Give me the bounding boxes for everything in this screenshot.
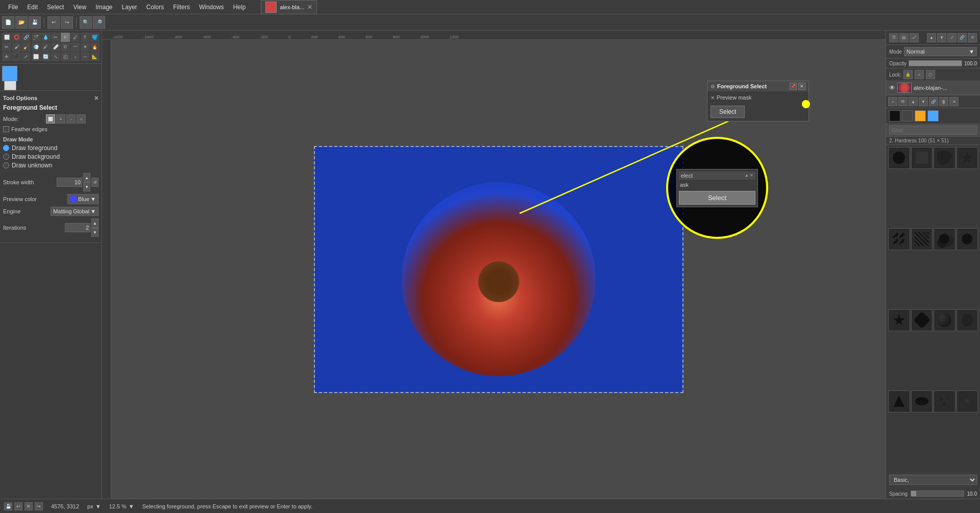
layer-row-1[interactable]: 👁 alex-blajan-... [886, 81, 980, 95]
tool-color-select[interactable]: 💧 [41, 33, 51, 42]
statusbar-undo-btn[interactable]: ↩ [14, 502, 22, 510]
brushes-category-dropdown[interactable]: Basic, [889, 475, 977, 485]
save-btn[interactable]: 💾 [29, 16, 41, 29]
canvas-main[interactable]: ⚙ Foreground Select 📌 ✕ ✕ Preview mask [111, 40, 886, 499]
tool-align[interactable]: ⬛ [12, 52, 21, 61]
spacing-slider[interactable] [911, 491, 964, 497]
tool-text[interactable]: T [81, 33, 90, 42]
menu-colors[interactable]: Colors [142, 3, 168, 12]
palette-orange[interactable] [915, 110, 926, 121]
menu-view[interactable]: View [69, 3, 90, 12]
fg-dialog-pin[interactable]: 📌 [790, 83, 797, 90]
palette-blue[interactable] [927, 110, 939, 121]
statusbar-delete-btn[interactable]: ✕ [24, 502, 33, 510]
mode-intersect-btn[interactable]: ∩ [77, 114, 86, 124]
brush-cell-16[interactable]: ✦ [957, 390, 978, 412]
unit-dropdown-arrow[interactable]: ▼ [95, 503, 101, 509]
brush-cell-1[interactable] [888, 147, 910, 169]
brushes-duplicate-btn[interactable]: ⧉ [898, 97, 908, 106]
right-icon-chain[interactable]: 🔗 [958, 33, 967, 42]
draw-unknown-row[interactable]: Draw unknown [3, 162, 99, 169]
lock-pixel-btn[interactable]: 🔒 [903, 70, 913, 79]
new-btn[interactable]: 📄 [2, 16, 14, 29]
tool-ink[interactable]: 🖋 [41, 42, 51, 52]
zoom-out-btn[interactable]: 🔎 [93, 16, 105, 29]
right-icon-down[interactable]: ▼ [937, 33, 946, 42]
brush-cell-8[interactable] [957, 228, 978, 250]
foreground-color-swatch[interactable] [2, 66, 17, 81]
statusbar-unit[interactable]: px ▼ [87, 503, 101, 509]
fg-dialog-close-x[interactable]: ✕ [710, 95, 715, 101]
tool-burn[interactable]: 🔥 [90, 42, 100, 52]
stroke-width-input[interactable] [57, 178, 82, 187]
layer-visibility-toggle[interactable]: 👁 [889, 84, 895, 91]
zoom-dropdown-arrow[interactable]: ▼ [129, 503, 134, 509]
tool-eraser[interactable]: 🧹 [21, 42, 31, 52]
statusbar-save-btn[interactable]: 💾 [4, 502, 12, 510]
tool-airbrush[interactable]: 💨 [32, 42, 41, 52]
draw-background-radio[interactable] [3, 154, 9, 160]
fg-select-button[interactable]: Select [710, 106, 745, 118]
tool-fuzzy-select[interactable]: 🪄 [32, 33, 41, 42]
tool-smudge[interactable]: 〰 [70, 42, 80, 52]
brush-cell-13[interactable] [888, 390, 910, 412]
tool-lasso[interactable]: 🔗 [21, 33, 31, 42]
menu-filters[interactable]: Filters [169, 3, 194, 12]
tool-perspective[interactable]: ⬦ [70, 52, 80, 61]
undo-btn[interactable]: ↩ [47, 16, 60, 29]
open-btn[interactable]: 📂 [15, 16, 28, 29]
zoom-select-btn[interactable]: Select [679, 191, 755, 205]
brushes-close-btn[interactable]: ✕ [949, 97, 959, 106]
brushes-down-btn[interactable]: ▼ [919, 97, 928, 106]
tool-rotate[interactable]: 🔄 [41, 52, 51, 61]
brushes-chain-btn[interactable]: 🔗 [929, 97, 938, 106]
menu-edit[interactable]: Edit [23, 3, 42, 12]
brush-cell-11[interactable] [934, 309, 955, 331]
tool-options-close[interactable]: × [94, 94, 99, 102]
lock-alpha-btn[interactable]: ⬡ [926, 70, 935, 79]
brush-cell-10[interactable] [911, 309, 933, 331]
stroke-width-reset[interactable]: ↺ [91, 178, 99, 187]
tool-shear[interactable]: ◱ [61, 52, 70, 61]
palette-black[interactable] [889, 110, 900, 121]
iterations-input[interactable] [65, 223, 90, 232]
brushes-delete-btn[interactable]: 🗑 [939, 97, 948, 106]
tool-rect-select[interactable]: ⬜ [2, 33, 11, 42]
brush-cell-12[interactable] [957, 309, 978, 331]
right-icon-up[interactable]: ▲ [927, 33, 936, 42]
draw-foreground-row[interactable]: Draw foreground [3, 144, 99, 152]
fg-dialog-close[interactable]: ✕ [798, 83, 805, 90]
tool-flip[interactable]: ↔ [81, 52, 90, 61]
statusbar-zoom[interactable]: 12.5 % ▼ [109, 503, 134, 509]
mode-add-btn[interactable]: + [56, 114, 65, 124]
brush-cell-15[interactable] [934, 390, 955, 412]
right-icon-close[interactable]: ✕ [968, 33, 977, 42]
opacity-slider[interactable] [909, 60, 962, 66]
right-icon-paths[interactable]: 🖊 [910, 33, 919, 42]
tool-heal[interactable]: 🩹 [51, 42, 60, 52]
mode-dropdown-btn[interactable]: Normal ▼ [904, 47, 977, 56]
lock-position-btn[interactable]: + [915, 70, 924, 79]
draw-foreground-radio[interactable] [3, 145, 9, 151]
tool-paths[interactable]: 🖊 [70, 33, 80, 42]
stroke-width-down[interactable]: ▼ [83, 182, 90, 191]
menu-image[interactable]: Image [91, 3, 116, 12]
mode-subtract-btn[interactable]: - [66, 114, 76, 124]
tool-dodge[interactable]: ☀ [81, 42, 90, 52]
zoom-in-btn[interactable]: 🔍 [80, 16, 92, 29]
right-icon-expand[interactable]: ⤢ [947, 33, 957, 42]
tool-scale[interactable]: ⤡ [51, 52, 60, 61]
brush-cell-9[interactable] [888, 309, 910, 331]
tool-scissors[interactable]: ✂ [51, 33, 60, 42]
feather-edges-checkbox[interactable] [3, 126, 9, 132]
brushes-filter-input[interactable] [889, 126, 977, 135]
palette-dark[interactable] [902, 110, 913, 121]
menu-select[interactable]: Select [43, 3, 68, 12]
right-icon-channels[interactable]: ▤ [899, 33, 909, 42]
tool-paintbrush[interactable]: 🖌 [12, 42, 21, 52]
tool-measure[interactable]: 📐 [90, 52, 100, 61]
brush-cell-2[interactable] [911, 147, 933, 169]
iterations-down[interactable]: ▼ [91, 228, 99, 237]
right-icon-layers[interactable]: ☰ [889, 33, 898, 42]
menu-windows[interactable]: Windows [195, 3, 228, 12]
